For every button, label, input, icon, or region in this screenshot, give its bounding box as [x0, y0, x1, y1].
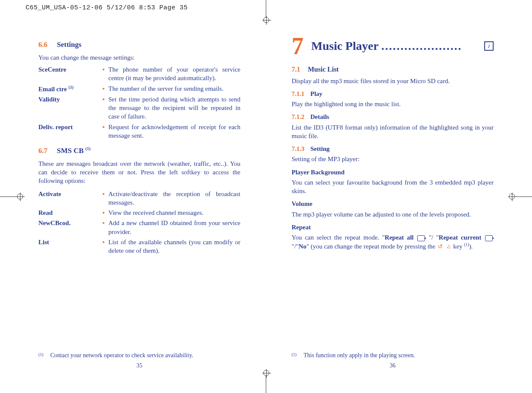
definition-term: NewCBcod.: [38, 219, 102, 236]
section-7-1-1-body: Play the highlighted song in the music l…: [292, 100, 494, 108]
definition-row: List • List of the available channels (y…: [38, 238, 241, 255]
definition-row: Deliv. report • Request for acknowledgem…: [38, 123, 241, 140]
player-background-body: You can select your favourite background…: [292, 178, 494, 196]
definition-desc: View the received channel messages.: [108, 208, 241, 217]
definition-term: List: [38, 238, 102, 255]
section-number: 6.6: [38, 40, 47, 49]
repeat-current-icon: [485, 235, 493, 241]
section-7-1-2-heading: 7.1.2Details: [292, 113, 494, 121]
repeat-text: "/ ": [426, 234, 439, 241]
section-7-1-1-heading: 7.1.1Play: [292, 90, 494, 98]
footnote-left: (1) Contact your network operator to che…: [38, 352, 241, 360]
section-7-1-2-body: List the ID3 (UTF8 format only) informat…: [292, 123, 494, 141]
section-7-1-3-body: Setting of the MP3 player:: [292, 155, 494, 163]
bullet-icon: •: [102, 208, 108, 217]
volume-heading: Volume: [292, 199, 494, 208]
definition-row: SceCentre • The phone number of your ope…: [38, 65, 241, 83]
bullet-icon: •: [102, 190, 108, 207]
section-6-7-heading: 6.7SMS CB (1): [38, 146, 241, 156]
section-number: 6.7: [38, 147, 47, 155]
chapter-title: Music Player .....................: [311, 38, 482, 54]
definition-term: Read: [38, 208, 102, 217]
definition-desc: Set the time period during which attempt…: [108, 95, 241, 121]
section-7-1-intro: Display all the mp3 music files stored i…: [292, 77, 494, 85]
bullet-icon: •: [102, 123, 108, 140]
footnote-mark: (1): [38, 352, 50, 360]
definition-desc: List of the available channels (you can …: [108, 238, 241, 255]
definition-desc: Activate/deactivate the reception of bro…: [108, 190, 241, 207]
bullet-icon: •: [102, 95, 108, 121]
music-note-icon: ♪: [484, 41, 494, 51]
definition-term: Activate: [38, 190, 102, 207]
registration-mark-right: [509, 194, 532, 199]
chapter-dots: .....................: [381, 39, 462, 52]
chapter-title-text: Music Player: [311, 39, 378, 52]
page-spread: 6.6Settings You can change the message s…: [26, 30, 506, 372]
chapter-number: 7: [292, 34, 304, 58]
definition-row: Email ctre (1) • The number of the serve…: [38, 84, 241, 93]
section-7-1-heading: 7.1Music List: [292, 65, 494, 74]
definition-row: Read • View the received channel message…: [38, 208, 241, 217]
footnote-mark: (1): [292, 352, 304, 360]
repeat-text: ).: [469, 243, 473, 250]
section-7-1-3-heading: 7.1.3Setting: [292, 144, 494, 153]
subsection-number: 7.1.2: [292, 113, 305, 120]
repeat-no-label: No: [299, 243, 306, 250]
definition-term: SceCentre: [38, 65, 102, 83]
repeat-current-label: Repeat current: [439, 234, 481, 241]
repeat-text: key: [453, 243, 464, 250]
note-key-icon: ♫: [446, 243, 451, 251]
print-header: C65_UM_USA-05-12-06 5/12/06 8:53 Page 35: [26, 4, 188, 12]
chapter-heading: 7 Music Player ..................... ♪: [292, 34, 494, 58]
footnote-right: (1) This function only apply in the play…: [292, 352, 494, 360]
definition-row: Activate • Activate/deactivate the recep…: [38, 190, 241, 207]
section-6-7-intro: These are messages broadcast over the ne…: [38, 159, 241, 185]
footnote-text: This function only apply in the playing …: [304, 352, 415, 360]
registration-mark-top: [263, 0, 269, 23]
subsection-number: 7.1.3: [292, 145, 305, 152]
definition-term: Validity: [38, 95, 102, 121]
definition-desc: Request for acknowledgement of receipt f…: [108, 123, 241, 140]
repeat-text: " (you can change the repeat mode by pre…: [306, 243, 437, 250]
subsection-title: Play: [311, 90, 323, 97]
bullet-icon: •: [102, 219, 108, 236]
page-right: 7 Music Player ..................... ♪ 7…: [279, 30, 507, 372]
bullet-icon: •: [102, 238, 108, 255]
repeat-all-label: Repeat all: [385, 234, 414, 241]
subsection-number: 7.1.1: [292, 90, 305, 97]
registration-mark-left: [0, 194, 23, 199]
repeat-body: You can select the repeat mode. "Repeat …: [292, 233, 494, 251]
definition-desc: The phone number of your operator's serv…: [108, 65, 241, 83]
player-background-heading: Player Background: [292, 168, 494, 176]
loop-key-icon: ↺: [438, 243, 443, 251]
section-6-6-intro: You can change the message settings:: [38, 53, 241, 62]
definition-desc: Add a new channel ID obtained from your …: [108, 219, 241, 236]
registration-mark-bottom: [263, 370, 269, 393]
page-number-left: 35: [26, 362, 253, 370]
footnote-text: Contact your network operator to check s…: [50, 352, 193, 360]
repeat-all-icon: [417, 235, 425, 241]
section-title: Music List: [308, 66, 339, 73]
volume-body: The mp3 player volume can be adjusted to…: [292, 210, 494, 219]
repeat-heading: Repeat: [292, 223, 494, 231]
definition-term: Email ctre (1): [38, 84, 102, 93]
page-left: 6.6Settings You can change the message s…: [26, 30, 253, 372]
definition-term: Deliv. report: [38, 123, 102, 140]
page-number-right: 36: [279, 362, 507, 370]
definition-row: NewCBcod. • Add a new channel ID obtaine…: [38, 219, 241, 236]
subsection-title: Setting: [311, 145, 330, 152]
bullet-icon: •: [102, 65, 108, 83]
footnote-ref: (1): [464, 242, 469, 247]
section-title: SMS CB (1): [57, 147, 90, 155]
repeat-text: You can select the repeat mode. ": [292, 234, 385, 241]
definition-desc: The number of the server for sending ema…: [108, 84, 241, 93]
bullet-icon: •: [102, 84, 108, 93]
definition-row: Validity • Set the time period during wh…: [38, 95, 241, 121]
section-title: Settings: [57, 40, 81, 49]
subsection-title: Details: [311, 113, 329, 120]
section-number: 7.1: [292, 66, 300, 73]
repeat-text: "/": [292, 243, 299, 250]
section-6-6-heading: 6.6Settings: [38, 40, 241, 50]
